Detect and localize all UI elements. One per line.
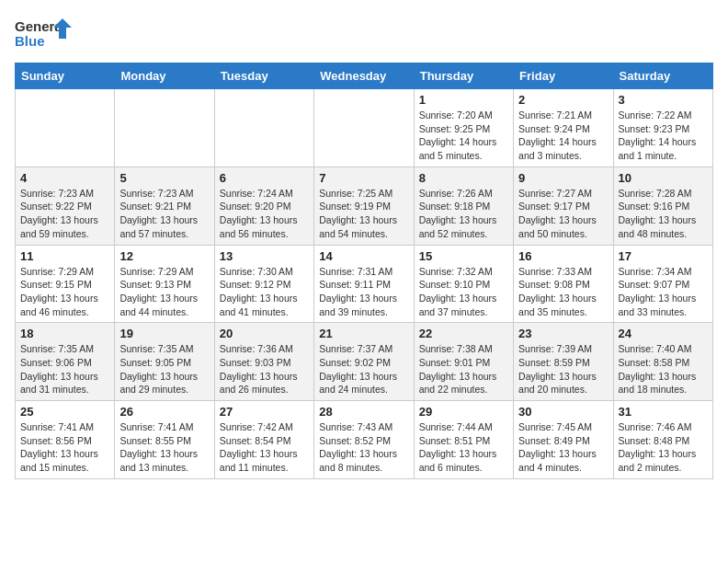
day-number: 7 <box>319 171 408 185</box>
day-number: 30 <box>518 405 608 419</box>
calendar-week-row: 1Sunrise: 7:20 AMSunset: 9:25 PMDaylight… <box>16 89 713 167</box>
calendar-cell: 12Sunrise: 7:29 AMSunset: 9:13 PMDayligh… <box>115 245 214 323</box>
day-number: 3 <box>619 93 708 107</box>
calendar-cell: 7Sunrise: 7:25 AMSunset: 9:19 PMDaylight… <box>314 167 414 245</box>
day-number: 23 <box>518 327 608 340</box>
day-number: 2 <box>518 93 608 107</box>
day-info: Sunrise: 7:35 AMSunset: 9:06 PMDaylight:… <box>20 342 109 396</box>
day-number: 12 <box>119 249 209 263</box>
page-header: GeneralBlue <box>15 15 713 52</box>
day-info: Sunrise: 7:45 AMSunset: 8:49 PMDaylight:… <box>518 420 608 475</box>
calendar-cell: 14Sunrise: 7:31 AMSunset: 9:11 PMDayligh… <box>314 245 414 323</box>
day-info: Sunrise: 7:26 AMSunset: 9:18 PMDaylight:… <box>419 187 508 241</box>
weekday-header-friday: Friday <box>514 63 613 89</box>
day-number: 4 <box>20 171 109 185</box>
weekday-header-row: SundayMondayTuesdayWednesdayThursdayFrid… <box>16 63 713 89</box>
day-number: 21 <box>319 327 408 340</box>
day-number: 29 <box>419 405 508 419</box>
day-number: 18 <box>20 327 109 340</box>
day-info: Sunrise: 7:41 AMSunset: 8:56 PMDaylight:… <box>20 420 109 475</box>
calendar-cell: 9Sunrise: 7:27 AMSunset: 9:17 PMDaylight… <box>514 167 613 245</box>
day-info: Sunrise: 7:31 AMSunset: 9:11 PMDaylight:… <box>319 265 408 319</box>
day-info: Sunrise: 7:23 AMSunset: 9:22 PMDaylight:… <box>20 187 109 241</box>
day-info: Sunrise: 7:32 AMSunset: 9:10 PMDaylight:… <box>419 265 508 319</box>
day-info: Sunrise: 7:33 AMSunset: 9:08 PMDaylight:… <box>518 265 608 319</box>
weekday-header-thursday: Thursday <box>414 63 513 89</box>
day-number: 15 <box>419 249 508 263</box>
day-info: Sunrise: 7:35 AMSunset: 9:05 PMDaylight:… <box>119 342 209 396</box>
calendar-week-row: 18Sunrise: 7:35 AMSunset: 9:06 PMDayligh… <box>16 323 713 401</box>
weekday-header-monday: Monday <box>115 63 214 89</box>
calendar-cell: 22Sunrise: 7:38 AMSunset: 9:01 PMDayligh… <box>414 323 513 401</box>
calendar-table: SundayMondayTuesdayWednesdayThursdayFrid… <box>15 63 713 479</box>
day-info: Sunrise: 7:46 AMSunset: 8:48 PMDaylight:… <box>619 420 708 475</box>
day-info: Sunrise: 7:39 AMSunset: 8:59 PMDaylight:… <box>518 342 608 396</box>
day-info: Sunrise: 7:38 AMSunset: 9:01 PMDaylight:… <box>419 342 508 396</box>
day-info: Sunrise: 7:21 AMSunset: 9:24 PMDaylight:… <box>518 109 608 163</box>
day-number: 5 <box>119 171 209 185</box>
day-number: 26 <box>119 405 209 419</box>
day-info: Sunrise: 7:24 AMSunset: 9:20 PMDaylight:… <box>220 187 309 241</box>
day-info: Sunrise: 7:28 AMSunset: 9:16 PMDaylight:… <box>619 187 708 241</box>
calendar-cell: 20Sunrise: 7:36 AMSunset: 9:03 PMDayligh… <box>214 323 313 401</box>
day-number: 19 <box>119 327 209 340</box>
calendar-week-row: 25Sunrise: 7:41 AMSunset: 8:56 PMDayligh… <box>16 401 713 479</box>
day-number: 13 <box>220 249 309 263</box>
day-number: 6 <box>220 171 309 185</box>
calendar-cell <box>314 89 414 167</box>
day-info: Sunrise: 7:42 AMSunset: 8:54 PMDaylight:… <box>220 420 309 475</box>
calendar-cell: 26Sunrise: 7:41 AMSunset: 8:55 PMDayligh… <box>115 401 214 479</box>
day-info: Sunrise: 7:36 AMSunset: 9:03 PMDaylight:… <box>220 342 309 396</box>
calendar-cell: 1Sunrise: 7:20 AMSunset: 9:25 PMDaylight… <box>414 89 513 167</box>
calendar-cell: 24Sunrise: 7:40 AMSunset: 8:58 PMDayligh… <box>613 323 712 401</box>
day-number: 1 <box>419 93 508 107</box>
calendar-cell: 23Sunrise: 7:39 AMSunset: 8:59 PMDayligh… <box>514 323 613 401</box>
calendar-cell: 30Sunrise: 7:45 AMSunset: 8:49 PMDayligh… <box>514 401 613 479</box>
weekday-header-sunday: Sunday <box>16 63 115 89</box>
day-number: 8 <box>419 171 508 185</box>
calendar-week-row: 11Sunrise: 7:29 AMSunset: 9:15 PMDayligh… <box>16 245 713 323</box>
calendar-cell: 21Sunrise: 7:37 AMSunset: 9:02 PMDayligh… <box>314 323 414 401</box>
calendar-cell <box>115 89 214 167</box>
day-info: Sunrise: 7:34 AMSunset: 9:07 PMDaylight:… <box>619 265 708 319</box>
calendar-cell: 5Sunrise: 7:23 AMSunset: 9:21 PMDaylight… <box>115 167 214 245</box>
day-number: 24 <box>619 327 708 340</box>
calendar-cell: 16Sunrise: 7:33 AMSunset: 9:08 PMDayligh… <box>514 245 613 323</box>
day-number: 9 <box>518 171 608 185</box>
calendar-cell: 6Sunrise: 7:24 AMSunset: 9:20 PMDaylight… <box>214 167 313 245</box>
calendar-cell: 31Sunrise: 7:46 AMSunset: 8:48 PMDayligh… <box>613 401 712 479</box>
day-number: 28 <box>319 405 408 419</box>
calendar-cell: 27Sunrise: 7:42 AMSunset: 8:54 PMDayligh… <box>214 401 313 479</box>
day-info: Sunrise: 7:41 AMSunset: 8:55 PMDaylight:… <box>119 420 209 475</box>
svg-text:Blue: Blue <box>15 33 45 49</box>
day-number: 16 <box>518 249 608 263</box>
calendar-cell: 11Sunrise: 7:29 AMSunset: 9:15 PMDayligh… <box>16 245 115 323</box>
calendar-cell: 28Sunrise: 7:43 AMSunset: 8:52 PMDayligh… <box>314 401 414 479</box>
day-info: Sunrise: 7:22 AMSunset: 9:23 PMDaylight:… <box>619 109 708 163</box>
logo-svg: GeneralBlue <box>15 15 79 52</box>
calendar-cell: 4Sunrise: 7:23 AMSunset: 9:22 PMDaylight… <box>16 167 115 245</box>
day-number: 20 <box>220 327 309 340</box>
day-info: Sunrise: 7:43 AMSunset: 8:52 PMDaylight:… <box>319 420 408 475</box>
day-info: Sunrise: 7:30 AMSunset: 9:12 PMDaylight:… <box>220 265 309 319</box>
calendar-cell: 13Sunrise: 7:30 AMSunset: 9:12 PMDayligh… <box>214 245 313 323</box>
calendar-cell <box>214 89 313 167</box>
calendar-cell: 19Sunrise: 7:35 AMSunset: 9:05 PMDayligh… <box>115 323 214 401</box>
calendar-week-row: 4Sunrise: 7:23 AMSunset: 9:22 PMDaylight… <box>16 167 713 245</box>
day-number: 10 <box>619 171 708 185</box>
day-info: Sunrise: 7:40 AMSunset: 8:58 PMDaylight:… <box>619 342 708 396</box>
calendar-cell <box>16 89 115 167</box>
day-info: Sunrise: 7:25 AMSunset: 9:19 PMDaylight:… <box>319 187 408 241</box>
day-number: 14 <box>319 249 408 263</box>
day-info: Sunrise: 7:44 AMSunset: 8:51 PMDaylight:… <box>419 420 508 475</box>
day-info: Sunrise: 7:29 AMSunset: 9:13 PMDaylight:… <box>119 265 209 319</box>
calendar-cell: 8Sunrise: 7:26 AMSunset: 9:18 PMDaylight… <box>414 167 513 245</box>
weekday-header-wednesday: Wednesday <box>314 63 414 89</box>
calendar-cell: 2Sunrise: 7:21 AMSunset: 9:24 PMDaylight… <box>514 89 613 167</box>
day-number: 17 <box>619 249 708 263</box>
calendar-cell: 3Sunrise: 7:22 AMSunset: 9:23 PMDaylight… <box>613 89 712 167</box>
calendar-cell: 15Sunrise: 7:32 AMSunset: 9:10 PMDayligh… <box>414 245 513 323</box>
day-info: Sunrise: 7:23 AMSunset: 9:21 PMDaylight:… <box>119 187 209 241</box>
day-number: 25 <box>20 405 109 419</box>
calendar-cell: 10Sunrise: 7:28 AMSunset: 9:16 PMDayligh… <box>613 167 712 245</box>
